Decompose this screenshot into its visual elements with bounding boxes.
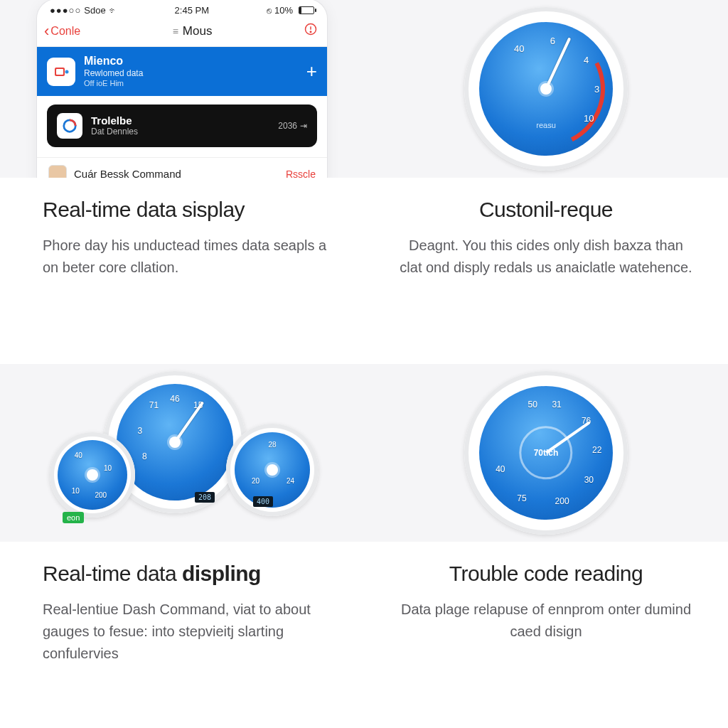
battery-icon (299, 6, 314, 14)
gl-num: 200 (95, 491, 107, 498)
illustration-phone: ●●●○○ Sdoe ᯤ 2:45 PM ⎋ 10% ‹ Conle ≡ (0, 0, 364, 178)
status-time: 2:45 PM (175, 5, 209, 16)
feature-body-2: Real-lentiue Dash Command, viat to about… (43, 599, 336, 665)
banner-title: Mienco (84, 54, 298, 68)
illustration-gauge-single: 40 6 4 3 10 reasu (364, 0, 728, 178)
feature-text-0: Real-time data sisplay Phore day his und… (0, 178, 364, 279)
gmain-num: 71 (149, 400, 159, 410)
nav-title: ≡ Mous (173, 24, 213, 38)
gauge1-num: 40 (514, 43, 524, 54)
banner-subtitle2: Off ioE Him (84, 79, 298, 89)
card-trail: 2036 ⇥ (278, 121, 307, 131)
gauge-hub-icon (169, 437, 181, 448)
gauge-hub-icon (267, 464, 278, 476)
status-badge: eon (63, 512, 84, 523)
gmain-num: 46 (170, 394, 179, 404)
feature-body-3: Data plage relapuse of ennprom onter dum… (397, 599, 695, 643)
feature-cell-2: 71 46 15 3 8 40 10 200 10 (0, 364, 364, 728)
avatar (48, 165, 67, 178)
illustration-gauge-trouble: 50 31 76 22 30 200 75 40 70tlch (364, 364, 728, 542)
gauge-needle-icon (173, 401, 204, 443)
card-subtitle: Dat Dennles (91, 127, 269, 136)
feature-text-2: Real-time data displing Real-lentiue Das… (0, 542, 364, 665)
signal-dots-icon: ●●●○○ (50, 5, 81, 16)
g4-num: 200 (555, 496, 569, 506)
gl-num: 40 (75, 451, 82, 459)
feature-heading-0: Real-time data sisplay (43, 198, 336, 222)
gmain-num: 3 (137, 426, 142, 436)
gl-num: 10 (104, 464, 112, 472)
feature-heading-2: Real-time data displing (43, 562, 336, 586)
feature-body-0: Phore day his unductead times data seapl… (43, 235, 336, 279)
feature-cell-1: 40 6 4 3 10 reasu Custonil-reque Deagnt.… (364, 0, 728, 364)
app-banner[interactable]: Mienco Rewlomed data Off ioE Him + (37, 47, 327, 96)
gauge-left: 40 10 200 10 (50, 432, 135, 518)
gauge-cluster: 71 46 15 3 8 40 10 200 10 (47, 371, 317, 535)
g4-num: 50 (528, 400, 537, 410)
card-title: Trolelbe (91, 114, 269, 127)
gauge-1: 40 6 4 3 10 reasu (464, 7, 628, 171)
feature-text-3: Trouble code reading Data plage relapuse… (364, 542, 728, 643)
feature-heading-3: Trouble code reading (397, 562, 695, 586)
gr-num: 24 (287, 476, 294, 484)
app-icon (47, 58, 75, 86)
add-icon[interactable]: + (306, 60, 317, 82)
gr-num: 28 (268, 440, 276, 448)
g4-num: 30 (584, 475, 594, 485)
gmain-num: 8 (142, 451, 147, 461)
g4-num: 22 (592, 445, 601, 455)
phone-mock: ●●●○○ Sdoe ᯤ 2:45 PM ⎋ 10% ‹ Conle ≡ (36, 0, 328, 178)
banner-subtitle: Rewlomed data (84, 68, 298, 79)
alert-icon[interactable] (304, 23, 317, 39)
feature-heading-1: Custonil-reque (397, 198, 695, 222)
g4-num: 40 (496, 464, 505, 474)
phone-navbar: ‹ Conle ≡ Mous (37, 18, 327, 47)
bluetooth-icon: ⎋ (267, 6, 272, 16)
feature-text-1: Custonil-reque Deagnt. You this cides on… (364, 178, 728, 279)
gauge-hub-icon (87, 469, 98, 481)
gl-num: 10 (72, 486, 80, 494)
svg-point-5 (65, 70, 69, 73)
gauge1-num: 4 (584, 54, 589, 65)
svg-point-2 (310, 31, 311, 33)
g4-num: 31 (552, 400, 561, 410)
phone-statusbar: ●●●○○ Sdoe ᯤ 2:45 PM ⎋ 10% (37, 0, 327, 18)
illustration-gauge-cluster: 71 46 15 3 8 40 10 200 10 (0, 364, 364, 542)
card-icon (57, 113, 82, 139)
feature-cell-3: 50 31 76 22 30 200 75 40 70tlch Trouble … (364, 364, 728, 728)
gauge-hub-icon (540, 83, 552, 95)
gauge1-num: 6 (550, 36, 555, 46)
contact-action[interactable]: Rsscle (286, 168, 316, 178)
lcd-readout: 400 (253, 496, 273, 507)
wifi-icon: ᯤ (109, 6, 117, 16)
sound-icon: ⇥ (300, 121, 307, 131)
feature-cell-0: ●●●○○ Sdoe ᯤ 2:45 PM ⎋ 10% ‹ Conle ≡ (0, 0, 364, 364)
carrier-label: Sdoe (84, 5, 105, 16)
list-icon: ≡ (173, 26, 178, 37)
back-button[interactable]: ‹ Conle (44, 25, 80, 38)
back-label: Conle (50, 25, 80, 38)
gauge1-num: 3 (594, 84, 599, 95)
gauge-4: 50 31 76 22 30 200 75 40 70tlch (464, 371, 628, 535)
g4-num: 75 (517, 493, 526, 503)
feature-body-1: Deagnt. You this cides only dish baxza t… (397, 235, 695, 279)
nav-title-label: Mous (183, 24, 213, 38)
contact-row[interactable]: Cuár Bessk Command Rsscle (37, 157, 327, 178)
contact-name: Cuár Bessk Command (74, 168, 279, 178)
gauge1-num: 10 (584, 113, 594, 124)
gauge1-label: reasu (536, 121, 556, 129)
battery-text: 10% (274, 5, 293, 16)
dark-card[interactable]: Trolelbe Dat Dennles 2036 ⇥ (47, 105, 317, 147)
svg-rect-4 (56, 69, 63, 75)
lcd-readout: 208 (195, 492, 215, 503)
gr-num: 20 (252, 476, 259, 484)
